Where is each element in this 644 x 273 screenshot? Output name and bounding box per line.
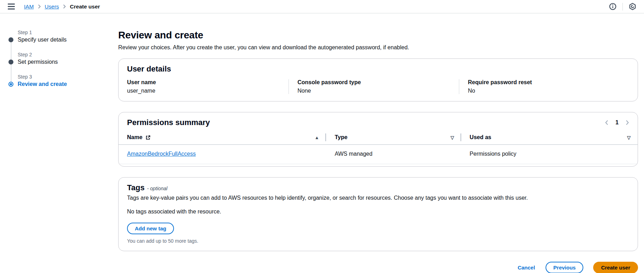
sort-ascending-icon: ▲ xyxy=(315,135,319,140)
tags-limit-note: You can add up to 50 more tags. xyxy=(127,238,629,244)
field-require-password-reset: Require password reset No xyxy=(459,79,629,94)
step-2-set-permissions[interactable]: Step 2 Set permissions xyxy=(8,51,118,66)
user-details-card: User details User name user_name Console… xyxy=(118,58,638,101)
tags-card: Tags - optional Tags are key-value pairs… xyxy=(118,177,638,251)
add-new-tag-button[interactable]: Add new tag xyxy=(127,223,174,234)
pagination-previous-icon[interactable] xyxy=(605,120,608,125)
tags-description: Tags are key-value pairs you can add to … xyxy=(127,195,629,201)
breadcrumb-current-page: Create user xyxy=(70,4,100,10)
info-icon[interactable] xyxy=(609,3,616,10)
page-title: Review and create xyxy=(118,30,638,41)
topbar-divider xyxy=(622,3,623,11)
step-title[interactable]: Specify user details xyxy=(18,36,118,44)
permissions-summary-title: Permissions summary xyxy=(127,118,210,127)
column-label: Type xyxy=(335,134,347,141)
pagination-current-page[interactable]: 1 xyxy=(615,119,619,126)
step-1-specify-user-details[interactable]: Step 1 Specify user details xyxy=(8,29,118,44)
column-header-name[interactable]: Name ▲ xyxy=(119,131,326,145)
field-value: None xyxy=(297,88,452,94)
field-label: User name xyxy=(127,79,281,86)
permissions-table: Name ▲ Type ▽ xyxy=(119,131,638,164)
field-user-name: User name user_name xyxy=(127,79,288,94)
field-label: Console password type xyxy=(297,79,452,86)
breadcrumb-iam-link[interactable]: IAM xyxy=(24,4,34,10)
step-title: Review and create xyxy=(18,80,118,88)
main-content: Review and create Review your choices. A… xyxy=(118,13,644,273)
tags-title: Tags xyxy=(127,183,145,192)
external-link-icon xyxy=(145,135,151,140)
wizard-steps-sidebar: Step 1 Specify user details Step 2 Set p… xyxy=(0,13,118,273)
top-navigation-bar: IAM Users Create user xyxy=(0,0,644,13)
chevron-right-icon xyxy=(63,4,66,9)
sort-icon: ▽ xyxy=(451,135,454,140)
hamburger-menu-icon[interactable] xyxy=(8,4,15,10)
field-value: user_name xyxy=(127,88,281,94)
field-console-password-type: Console password type None xyxy=(288,79,459,94)
step-number-label: Step 1 xyxy=(18,29,118,36)
breadcrumb-users-link[interactable]: Users xyxy=(45,4,59,10)
step-number-label: Step 3 xyxy=(18,73,118,80)
column-header-used-as[interactable]: Used as ▽ xyxy=(461,131,638,145)
step-completed-bullet-icon xyxy=(8,60,13,64)
permissions-summary-card: Permissions summary 1 xyxy=(118,112,638,167)
table-row: AmazonBedrockFullAccess AWS managed Perm… xyxy=(119,145,638,164)
user-details-title: User details xyxy=(127,64,629,74)
sort-icon: ▽ xyxy=(627,135,631,140)
tags-optional-label: - optional xyxy=(147,186,168,191)
policy-link-amazonbedrockfullaccess[interactable]: AmazonBedrockFullAccess xyxy=(127,151,196,157)
step-active-bullet-icon xyxy=(8,82,13,87)
topbar-utilities xyxy=(609,3,636,11)
chevron-right-icon xyxy=(38,4,41,9)
column-header-type[interactable]: Type ▽ xyxy=(326,131,461,145)
tags-empty-message: No tags associated with the resource. xyxy=(127,209,629,215)
field-label: Require password reset xyxy=(468,79,622,86)
policy-used-as-cell: Permissions policy xyxy=(461,145,638,164)
wizard-actions: Cancel Previous Create user xyxy=(118,262,638,273)
policy-type-cell: AWS managed xyxy=(326,145,461,164)
column-label: Used as xyxy=(470,134,491,141)
cancel-button[interactable]: Cancel xyxy=(517,262,536,273)
step-title[interactable]: Set permissions xyxy=(18,58,118,66)
page-description: Review your choices. After you create th… xyxy=(118,44,638,51)
settings-gear-icon[interactable] xyxy=(629,3,636,10)
create-user-button[interactable]: Create user xyxy=(593,262,638,273)
pagination: 1 xyxy=(605,119,629,126)
step-completed-bullet-icon xyxy=(8,37,13,42)
pagination-next-icon[interactable] xyxy=(626,120,629,125)
breadcrumb: IAM Users Create user xyxy=(24,4,100,10)
previous-button[interactable]: Previous xyxy=(546,262,583,273)
column-label: Name xyxy=(127,134,143,141)
step-number-label: Step 2 xyxy=(18,51,118,58)
step-3-review-and-create: Step 3 Review and create xyxy=(8,73,118,88)
field-value: No xyxy=(468,88,622,94)
